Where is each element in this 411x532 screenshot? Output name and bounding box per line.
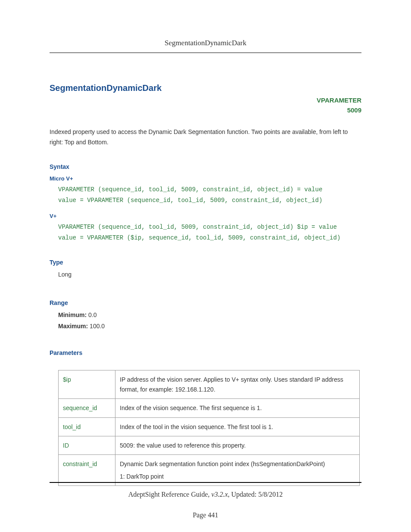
page-number: Page 441 bbox=[50, 511, 361, 519]
max-label: Maximum: bbox=[58, 323, 88, 330]
type-heading: Type bbox=[50, 259, 361, 266]
range-maximum: Maximum: 100.0 bbox=[58, 323, 361, 330]
vparameter-text: VPARAMETER bbox=[317, 96, 361, 104]
micro-vplus-heading: Micro V+ bbox=[50, 175, 361, 182]
micro-vplus-code: VPARAMETER (sequence_id, tool_id, 5009, … bbox=[50, 184, 361, 206]
param-desc: IP address of the vision server. Applies… bbox=[115, 370, 360, 399]
table-row: tool_idIndex of the tool in the vision s… bbox=[59, 417, 360, 436]
max-value: 100.0 bbox=[88, 323, 105, 330]
range-heading: Range bbox=[50, 299, 361, 306]
table-row: $ipIP address of the vision server. Appl… bbox=[59, 370, 360, 399]
param-name: ID bbox=[59, 436, 115, 454]
type-value: Long bbox=[50, 271, 361, 278]
min-value: 0.0 bbox=[87, 311, 97, 318]
parameters-table: $ipIP address of the vision server. Appl… bbox=[58, 370, 360, 486]
parameters-heading: Parameters bbox=[50, 349, 361, 356]
param-name: tool_id bbox=[59, 417, 115, 436]
syntax-heading: Syntax bbox=[50, 163, 361, 170]
param-desc: 5009: the value used to reference this p… bbox=[115, 436, 360, 454]
table-row: sequence_idIndex of the vision sequence.… bbox=[59, 399, 360, 417]
param-name: $ip bbox=[59, 370, 115, 399]
param-desc: Dynamic Dark segmentation function point… bbox=[115, 455, 360, 486]
range-minimum: Minimum: 0.0 bbox=[58, 311, 361, 318]
param-name: constraint_id bbox=[59, 455, 115, 486]
table-row: ID5009: the value used to reference this… bbox=[59, 436, 360, 454]
table-row: constraint_idDynamic Dark segmentation f… bbox=[59, 455, 360, 486]
footer-guide: AdeptSight Reference Guide bbox=[128, 491, 208, 498]
vplus-heading: V+ bbox=[50, 213, 361, 219]
header-title: SegmentationDynamicDark bbox=[50, 39, 361, 53]
page-title: SegmentationDynamicDark bbox=[50, 83, 361, 93]
footer-version: , v3.2.x bbox=[208, 491, 228, 498]
description-text: Indexed property used to access the Dyna… bbox=[50, 127, 361, 148]
param-desc: Index of the vision sequence. The first … bbox=[115, 399, 360, 417]
vparameter-id: 5009 bbox=[347, 106, 361, 114]
footer-updated: , Updated: 5/8/2012 bbox=[228, 491, 283, 498]
param-name: sequence_id bbox=[59, 399, 115, 417]
vparameter-label: VPARAMETER 5009 bbox=[50, 96, 361, 115]
page-footer: AdeptSight Reference Guide, v3.2.x, Upda… bbox=[50, 482, 361, 519]
min-label: Minimum: bbox=[58, 311, 87, 318]
vplus-code: VPARAMETER (sequence_id, tool_id, 5009, … bbox=[50, 222, 361, 243]
param-desc: Index of the tool in the vision sequence… bbox=[115, 417, 360, 436]
